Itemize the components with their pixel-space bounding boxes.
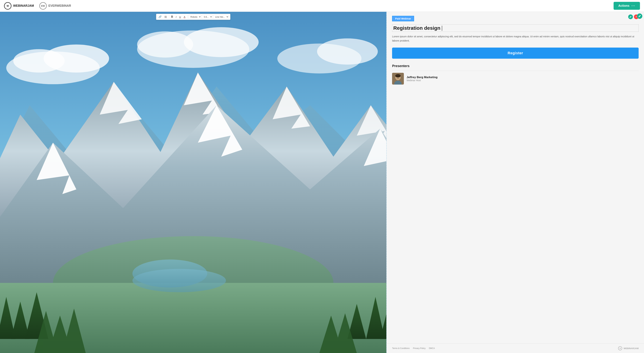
landscape-svg <box>0 12 386 353</box>
font-size-select[interactable]: 0.6... <box>202 15 212 19</box>
right-content-area: Paid Webinar × Registration design <box>387 12 644 344</box>
ew-logo-text: EVERWEBINAR <box>48 4 71 8</box>
privacy-link[interactable]: Privacy Policy <box>413 347 426 350</box>
text-cursor <box>442 26 442 31</box>
svg-point-8 <box>317 38 378 65</box>
font-color-icon: A <box>184 16 185 18</box>
unlink-icon: ⛓ <box>164 16 167 18</box>
svg-point-6 <box>137 32 193 58</box>
presenter-avatar <box>392 73 404 84</box>
wj-logo-circle: W <box>4 2 12 10</box>
bold-button[interactable]: B <box>170 14 174 19</box>
unlink-button[interactable]: ⛓ <box>163 15 168 19</box>
registration-body-text: Lorem ipsum dolor sit amet, consectetur … <box>392 34 638 43</box>
terms-link[interactable]: Terms & Conditions <box>392 347 410 350</box>
font-family-select[interactable]: Roboto <box>188 15 201 19</box>
left-panel-image: 🔗 ⛓ B I U A Roboto 0.6... <box>0 12 386 353</box>
presenter-role: Webinar Host <box>406 79 438 82</box>
everwebinar-logo[interactable]: EW EVERWEBINAR <box>39 2 71 10</box>
heading-text: Registration design <box>393 25 440 31</box>
paid-webinar-badge: Paid Webinar <box>392 16 414 21</box>
corner-edit-icon[interactable] <box>637 14 642 19</box>
link-button[interactable]: 🔗 <box>158 14 163 19</box>
underline-button[interactable]: U <box>178 15 182 19</box>
line-height-select[interactable]: Line Hei... <box>213 15 229 19</box>
italic-button[interactable]: I <box>175 15 178 19</box>
footer-logo-initials: W <box>620 348 621 349</box>
footer-logo-text: WEBINARJAM <box>624 347 638 350</box>
presenters-title: Presenters <box>392 64 638 68</box>
svg-point-22 <box>132 269 226 292</box>
main-content: 🔗 ⛓ B I U A Roboto 0.6... <box>0 12 644 353</box>
top-navigation: W WEBINARJAM EW EVERWEBINAR Actions ··· <box>0 0 644 12</box>
ew-logo-circle: EW <box>39 2 47 10</box>
wj-initials: W <box>6 4 9 7</box>
pencil-icon <box>638 15 641 18</box>
register-button[interactable]: Register <box>392 48 638 59</box>
bold-icon: B <box>171 15 173 18</box>
actions-button[interactable]: Actions ··· <box>614 2 640 10</box>
footer-logo: W WEBINARJAM <box>618 346 638 350</box>
presenter-info: Jeffrey Berg Marketing Webinar Host <box>406 76 438 82</box>
wj-logo-text: WEBINARJAM <box>13 4 34 8</box>
logos-group: W WEBINARJAM EW EVERWEBINAR <box>4 2 71 10</box>
footer-logo-circle: W <box>618 346 622 350</box>
footer-links: Terms & Conditions Privacy Policy DMCA <box>392 347 435 350</box>
link-icon: 🔗 <box>158 15 162 18</box>
svg-point-39 <box>395 74 401 78</box>
webinarjam-logo[interactable]: W WEBINARJAM <box>4 2 34 10</box>
ew-initials: EW <box>41 4 45 7</box>
text-formatting-toolbar: 🔗 ⛓ B I U A Roboto 0.6... <box>156 14 230 20</box>
badge-edit-pencil-icon <box>630 16 632 18</box>
badge-edit-button[interactable] <box>628 14 633 19</box>
right-panel: Paid Webinar × Registration design <box>386 12 644 353</box>
right-footer: Terms & Conditions Privacy Policy DMCA W… <box>387 344 644 353</box>
badge-row: Paid Webinar × <box>392 16 638 21</box>
registration-heading: Registration design <box>392 24 638 32</box>
dmca-link[interactable]: DMCA <box>429 347 435 350</box>
presenter-name: Jeffrey Berg Marketing <box>406 76 438 79</box>
underline-icon: U <box>179 16 181 18</box>
presenter-card: Jeffrey Berg Marketing Webinar Host <box>392 70 638 86</box>
actions-dots-icon: ··· <box>632 4 635 8</box>
font-color-button[interactable]: A <box>183 15 186 19</box>
avatar-image <box>392 73 404 84</box>
svg-point-5 <box>184 27 259 57</box>
actions-label: Actions <box>618 4 630 8</box>
italic-icon: I <box>176 16 176 18</box>
svg-point-3 <box>13 49 65 72</box>
